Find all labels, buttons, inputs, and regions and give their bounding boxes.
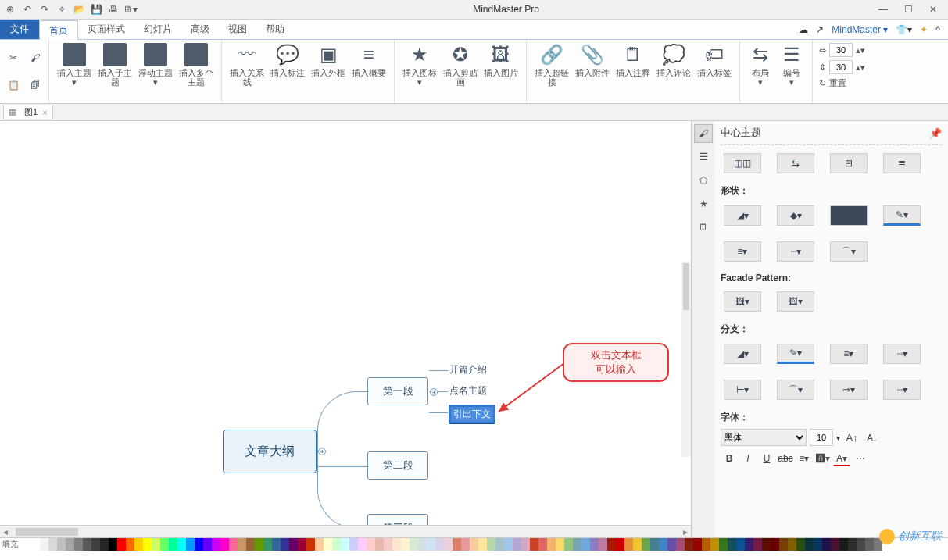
insert-picture-button[interactable]: 🖼插入图片 <box>481 43 521 87</box>
leaf-editing[interactable]: 引出下文 <box>449 405 495 423</box>
cloud-icon[interactable]: ☁ <box>799 24 808 35</box>
font-increase-button[interactable]: A↑ <box>843 430 860 445</box>
share-icon[interactable]: ↗ <box>816 24 824 35</box>
tab-page-style[interactable]: 页面样式 <box>78 20 134 39</box>
branch-fill[interactable]: ◢▾ <box>724 344 761 364</box>
facade-opt-2[interactable]: 🖼▾ <box>777 291 814 312</box>
color-swatch[interactable] <box>642 538 650 551</box>
layout-opt-2[interactable]: ⇆ <box>777 153 814 173</box>
comment-button[interactable]: 💭插入评论 <box>653 43 694 87</box>
sidetab-outline-icon[interactable]: ☰ <box>694 148 713 166</box>
insert-topic-button[interactable]: 插入主题▾ <box>54 43 95 87</box>
color-swatch[interactable] <box>719 538 728 551</box>
color-swatch[interactable] <box>126 538 134 551</box>
color-swatch[interactable] <box>83 538 91 551</box>
sidetab-history-icon[interactable]: 🗓 <box>694 218 713 237</box>
color-swatch[interactable] <box>547 538 556 551</box>
facade-opt-1[interactable]: 🖼▾ <box>724 291 761 312</box>
minimize-icon[interactable]: — <box>871 2 895 17</box>
expand-handle[interactable] <box>430 388 438 396</box>
vspacing-input[interactable] <box>829 60 853 74</box>
color-swatch[interactable] <box>332 538 341 551</box>
shirt-icon[interactable]: 👕▾ <box>896 24 912 35</box>
tab-help[interactable]: 帮助 <box>256 20 294 39</box>
color-swatch[interactable] <box>57 538 66 551</box>
color-swatch[interactable] <box>624 538 633 551</box>
color-swatch[interactable] <box>865 538 874 551</box>
sidetab-icons-icon[interactable]: ⬠ <box>694 171 713 190</box>
color-swatch[interactable] <box>590 538 599 551</box>
shape-type[interactable]: ◆▾ <box>777 205 814 226</box>
vertical-scrollbar[interactable] <box>681 262 691 457</box>
color-swatch[interactable] <box>461 538 470 551</box>
color-swatch[interactable] <box>538 538 547 551</box>
strike-button[interactable]: abc <box>777 451 794 466</box>
pin-icon[interactable]: 📌 <box>929 127 942 139</box>
color-swatch[interactable] <box>805 538 814 551</box>
font-color-button[interactable]: A▾ <box>833 451 850 466</box>
color-swatch[interactable] <box>91 538 100 551</box>
format-painter-icon[interactable]: 🖌 <box>27 49 44 66</box>
layout-opt-4[interactable]: ≣ <box>883 153 921 173</box>
color-swatch[interactable] <box>220 538 229 551</box>
color-swatch[interactable] <box>848 538 857 551</box>
open-icon[interactable]: 📂 <box>72 2 86 16</box>
leaf-2[interactable]: 点名主题 <box>449 384 487 398</box>
color-swatch[interactable] <box>753 538 762 551</box>
tag-button[interactable]: 🏷插入标签 <box>694 43 735 87</box>
color-swatch[interactable] <box>349 538 358 551</box>
branch-style-2[interactable]: ⌒▾ <box>777 380 814 400</box>
color-swatch[interactable] <box>710 538 719 551</box>
color-swatch[interactable] <box>229 538 238 551</box>
color-swatch[interactable] <box>143 538 152 551</box>
color-swatch[interactable] <box>40 538 48 551</box>
color-swatch[interactable] <box>281 538 289 551</box>
numbering-button[interactable]: ☰编号▾ <box>776 43 807 87</box>
font-family-select[interactable]: 黑体 <box>721 429 807 446</box>
color-swatch[interactable] <box>444 538 453 551</box>
doc-close-icon[interactable]: × <box>42 108 47 117</box>
color-swatch[interactable] <box>814 538 822 551</box>
underline-button[interactable]: U <box>758 451 775 466</box>
color-swatch[interactable] <box>573 538 581 551</box>
undo-icon[interactable]: ↶ <box>20 2 34 16</box>
color-swatch[interactable] <box>134 538 143 551</box>
font-decrease-button[interactable]: A↓ <box>864 430 881 445</box>
brand-link[interactable]: MindMaster ▾ <box>832 24 888 35</box>
color-swatch[interactable] <box>117 538 126 551</box>
color-swatch[interactable] <box>831 538 839 551</box>
branch-style-3[interactable]: ⇒▾ <box>830 380 868 400</box>
color-swatch[interactable] <box>177 538 186 551</box>
color-swatch[interactable] <box>169 538 177 551</box>
expand-handle[interactable] <box>318 448 326 455</box>
color-swatch[interactable] <box>478 538 487 551</box>
color-swatch[interactable] <box>796 538 805 551</box>
color-swatch[interactable] <box>676 538 685 551</box>
color-swatch[interactable] <box>306 538 315 551</box>
reset-spacing-button[interactable]: ↻ 重置 <box>819 77 865 89</box>
color-swatch[interactable] <box>367 538 375 551</box>
boundary-button[interactable]: ▣插入外框 <box>308 43 349 87</box>
color-swatch[interactable] <box>513 538 521 551</box>
color-swatch[interactable] <box>410 538 418 551</box>
color-swatch[interactable] <box>487 538 495 551</box>
color-swatch[interactable] <box>186 538 195 551</box>
color-swatch[interactable] <box>745 538 753 551</box>
color-swatch[interactable] <box>298 538 306 551</box>
color-swatch[interactable] <box>736 538 745 551</box>
color-swatch[interactable] <box>74 538 83 551</box>
new-icon[interactable]: ✧ <box>55 2 69 16</box>
shape-line-style[interactable]: ≡▾ <box>724 241 761 262</box>
collapse-ribbon-icon[interactable]: ^ <box>935 24 940 35</box>
file-menu[interactable]: 文件 <box>0 20 39 39</box>
color-swatch[interactable] <box>779 538 788 551</box>
branch-style-4[interactable]: ┄▾ <box>883 380 921 400</box>
color-swatch[interactable] <box>246 538 255 551</box>
color-swatch[interactable] <box>427 538 435 551</box>
color-swatch[interactable] <box>762 538 771 551</box>
color-swatch[interactable] <box>375 538 384 551</box>
color-swatch[interactable] <box>822 538 831 551</box>
redo-icon[interactable]: ↷ <box>38 2 52 16</box>
color-swatch[interactable] <box>315 538 324 551</box>
color-swatch[interactable] <box>435 538 444 551</box>
